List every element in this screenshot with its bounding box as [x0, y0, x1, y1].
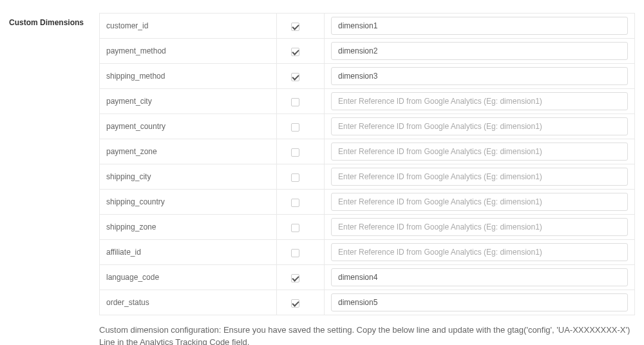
dimension-input-cell: [325, 64, 635, 89]
dimension-name: affiliate_id: [100, 240, 277, 265]
dimension-name: order_status: [100, 290, 277, 315]
table-row: shipping_method: [100, 64, 635, 89]
dimension-name: payment_city: [100, 89, 277, 114]
help-text: Custom dimension configuration: Ensure y…: [99, 324, 635, 345]
table-row: shipping_city: [100, 164, 635, 190]
dimension-reference-input[interactable]: [331, 193, 628, 211]
dimension-input-cell: [325, 164, 635, 190]
dimension-reference-input[interactable]: [331, 117, 628, 135]
table-row: order_status: [100, 290, 635, 315]
main-column: customer_idpayment_methodshipping_method…: [99, 13, 635, 345]
dimension-input-cell: [325, 39, 635, 64]
table-row: payment_method: [100, 39, 635, 64]
dimension-input-cell: [325, 190, 635, 215]
dimension-checkbox[interactable]: [291, 148, 299, 157]
dimension-name: shipping_country: [100, 190, 277, 215]
dimension-checkbox-cell: [277, 64, 325, 89]
table-row: payment_city: [100, 89, 635, 114]
dimension-checkbox-cell: [277, 139, 325, 164]
dimension-name: shipping_zone: [100, 215, 277, 240]
section-label: Custom Dimensions: [9, 13, 99, 27]
dimension-input-cell: [325, 290, 635, 315]
dimension-reference-input[interactable]: [331, 17, 628, 35]
table-row: payment_zone: [100, 139, 635, 164]
dimension-checkbox-cell: [277, 89, 325, 114]
dimension-checkbox[interactable]: [291, 199, 299, 207]
dimension-reference-input[interactable]: [331, 92, 628, 110]
dimension-name: payment_country: [100, 114, 277, 139]
dimension-checkbox-cell: [277, 39, 325, 64]
dimension-input-cell: [325, 14, 635, 39]
dimension-checkbox[interactable]: [291, 224, 299, 232]
dimension-checkbox[interactable]: [291, 48, 299, 56]
dimension-name: payment_method: [100, 39, 277, 64]
dimension-checkbox-cell: [277, 265, 325, 290]
dimension-checkbox[interactable]: [291, 73, 299, 81]
dimension-checkbox[interactable]: [291, 249, 299, 257]
dimension-checkbox[interactable]: [291, 299, 299, 308]
dimension-input-cell: [325, 139, 635, 164]
table-row: payment_country: [100, 114, 635, 139]
dimension-name: customer_id: [100, 14, 277, 39]
dimensions-table: customer_idpayment_methodshipping_method…: [99, 13, 635, 315]
dimension-reference-input[interactable]: [331, 42, 628, 60]
dimension-name: language_code: [100, 265, 277, 290]
dimension-reference-input[interactable]: [331, 293, 628, 311]
dimension-checkbox-cell: [277, 164, 325, 190]
dimension-input-cell: [325, 215, 635, 240]
table-row: shipping_country: [100, 190, 635, 215]
dimension-checkbox[interactable]: [291, 173, 299, 182]
dimension-checkbox-cell: [277, 215, 325, 240]
dimension-reference-input[interactable]: [331, 268, 628, 286]
dimension-checkbox[interactable]: [291, 98, 299, 106]
table-row: customer_id: [100, 14, 635, 39]
dimension-input-cell: [325, 89, 635, 114]
dimension-name: shipping_method: [100, 64, 277, 89]
dimension-checkbox-cell: [277, 14, 325, 39]
dimension-reference-input[interactable]: [331, 143, 628, 161]
dimension-reference-input[interactable]: [331, 67, 628, 85]
dimension-checkbox-cell: [277, 290, 325, 315]
dimension-name: payment_zone: [100, 139, 277, 164]
table-row: affiliate_id: [100, 240, 635, 265]
dimension-input-cell: [325, 265, 635, 290]
dimension-reference-input[interactable]: [331, 243, 628, 261]
table-row: language_code: [100, 265, 635, 290]
dimension-reference-input[interactable]: [331, 168, 628, 186]
dimension-input-cell: [325, 114, 635, 139]
dimension-checkbox-cell: [277, 240, 325, 265]
dimension-input-cell: [325, 240, 635, 265]
dimension-checkbox[interactable]: [291, 274, 299, 282]
dimension-name: shipping_city: [100, 164, 277, 190]
dimension-checkbox[interactable]: [291, 123, 299, 132]
dimension-reference-input[interactable]: [331, 218, 628, 236]
dimension-checkbox-cell: [277, 114, 325, 139]
dimension-checkbox[interactable]: [291, 23, 299, 31]
table-row: shipping_zone: [100, 215, 635, 240]
dimension-checkbox-cell: [277, 190, 325, 215]
